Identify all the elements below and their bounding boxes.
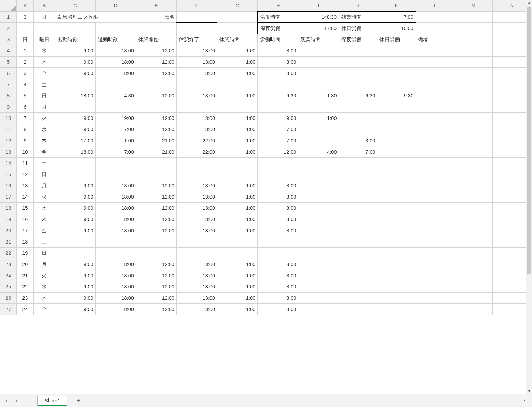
cell-notes[interactable] — [416, 214, 454, 225]
cell[interactable] — [33, 23, 55, 34]
hdr-work[interactable]: 労働時間 — [258, 34, 298, 45]
cell-ot[interactable] — [298, 158, 339, 169]
cell-in[interactable]: 9:00 — [55, 45, 95, 57]
cell[interactable] — [493, 45, 531, 57]
cell-night[interactable] — [339, 225, 377, 236]
row-header[interactable]: 23 — [0, 259, 17, 270]
cell[interactable] — [454, 79, 493, 90]
cell-sum-holiday-value[interactable]: 10:00 — [377, 23, 416, 34]
cell-break[interactable] — [217, 158, 258, 169]
cell-in[interactable]: 9:00 — [55, 259, 95, 270]
cell-holiday[interactable] — [377, 214, 416, 225]
cell-sum-night-value[interactable]: 17:00 — [298, 23, 339, 34]
cell-dow[interactable]: 水 — [33, 203, 55, 214]
cell-bs[interactable] — [136, 79, 176, 90]
cell[interactable] — [454, 45, 493, 57]
cell-out[interactable] — [95, 169, 136, 180]
cell-night[interactable] — [339, 169, 377, 180]
cell[interactable] — [454, 281, 493, 293]
cell-notes[interactable] — [416, 293, 454, 304]
row-header[interactable]: 2 — [0, 23, 17, 34]
row-header[interactable]: 5 — [0, 57, 17, 68]
cell-be[interactable]: 22:00 — [176, 146, 217, 158]
cell-holiday[interactable] — [377, 203, 416, 214]
tab-next-button[interactable] — [12, 396, 21, 405]
cell-notes[interactable] — [416, 180, 454, 191]
cell-work[interactable]: 8:00 — [258, 225, 298, 236]
cell-in[interactable]: 9:00 — [55, 124, 95, 135]
cell-night[interactable] — [339, 236, 377, 248]
cell-notes[interactable] — [416, 236, 454, 248]
cell-out[interactable] — [95, 101, 136, 113]
cell-night[interactable] — [339, 281, 377, 293]
row-header[interactable]: 9 — [0, 101, 17, 113]
cell-holiday[interactable] — [377, 57, 416, 68]
cell-dow[interactable]: 木 — [33, 214, 55, 225]
cell-out[interactable]: 18:00 — [95, 191, 136, 203]
cell-dow[interactable]: 土 — [33, 158, 55, 169]
cell-break[interactable]: 1:00 — [217, 180, 258, 191]
cell-day[interactable]: 9 — [16, 135, 33, 146]
cell-in[interactable]: 9:00 — [55, 180, 95, 191]
cell-be[interactable] — [176, 158, 217, 169]
cell-dow[interactable]: 月 — [33, 180, 55, 191]
hdr-out[interactable]: 退勤時刻 — [95, 34, 136, 45]
cell[interactable] — [454, 135, 493, 146]
cell-in[interactable]: 9:00 — [55, 293, 95, 304]
cell-day[interactable]: 20 — [16, 259, 33, 270]
cell-holiday[interactable] — [377, 169, 416, 180]
cell-day[interactable]: 3 — [16, 68, 33, 79]
cell-day[interactable]: 24 — [16, 304, 33, 315]
column-header-L[interactable]: L — [416, 0, 454, 12]
cell-holiday[interactable] — [377, 281, 416, 293]
cell-be[interactable]: 13:00 — [176, 270, 217, 281]
tab-more-icon[interactable]: ⋮ — [519, 397, 526, 404]
cell-night[interactable] — [339, 191, 377, 203]
cell[interactable] — [493, 259, 531, 270]
cell-day[interactable]: 17 — [16, 225, 33, 236]
cell[interactable] — [493, 34, 531, 45]
cell-dow[interactable]: 火 — [33, 113, 55, 124]
cell-holiday[interactable] — [377, 113, 416, 124]
cell[interactable] — [493, 12, 531, 23]
cell-dow[interactable]: 土 — [33, 236, 55, 248]
cell-be[interactable]: 13:00 — [176, 304, 217, 315]
cell-out[interactable]: 4:30 — [95, 90, 136, 101]
cell[interactable] — [493, 304, 531, 315]
cell[interactable] — [454, 90, 493, 101]
cell[interactable] — [176, 23, 217, 34]
cell-break[interactable]: 1:00 — [217, 304, 258, 315]
cell-out[interactable]: 18:00 — [95, 214, 136, 225]
cell-ot[interactable]: 1:00 — [298, 113, 339, 124]
row-header[interactable]: 19 — [0, 214, 17, 225]
row-header[interactable]: 7 — [0, 79, 17, 90]
cell[interactable] — [493, 236, 531, 248]
cell-name-input[interactable] — [176, 12, 217, 23]
cell-bs[interactable]: 12:00 — [136, 293, 176, 304]
cell-out[interactable]: 18:00 — [95, 225, 136, 236]
cell-night[interactable] — [339, 214, 377, 225]
cell-night[interactable] — [339, 79, 377, 90]
cell-in[interactable]: 9:00 — [55, 281, 95, 293]
cell-holiday[interactable] — [377, 270, 416, 281]
cell-be[interactable] — [176, 169, 217, 180]
cell[interactable] — [493, 281, 531, 293]
cell[interactable] — [454, 34, 493, 45]
scroll-up-arrow-icon[interactable] — [526, 0, 532, 6]
cell[interactable] — [493, 101, 531, 113]
cell-day[interactable]: 14 — [16, 191, 33, 203]
cell-bs[interactable]: 12:00 — [136, 214, 176, 225]
cell-be[interactable]: 13:00 — [176, 124, 217, 135]
cell-work[interactable]: 8:00 — [258, 68, 298, 79]
cell[interactable] — [454, 113, 493, 124]
cell[interactable] — [454, 12, 493, 23]
cell-in[interactable] — [55, 101, 95, 113]
vscroll-thumb[interactable] — [527, 7, 531, 274]
cell-ot[interactable] — [298, 270, 339, 281]
cell-notes[interactable] — [416, 57, 454, 68]
cell-out[interactable]: 18:00 — [95, 304, 136, 315]
cell-night[interactable]: 6:30 — [339, 90, 377, 101]
column-header-K[interactable]: K — [377, 0, 416, 12]
column-header-A[interactable]: A — [16, 0, 33, 12]
cell-out[interactable]: 18:00 — [95, 57, 136, 68]
